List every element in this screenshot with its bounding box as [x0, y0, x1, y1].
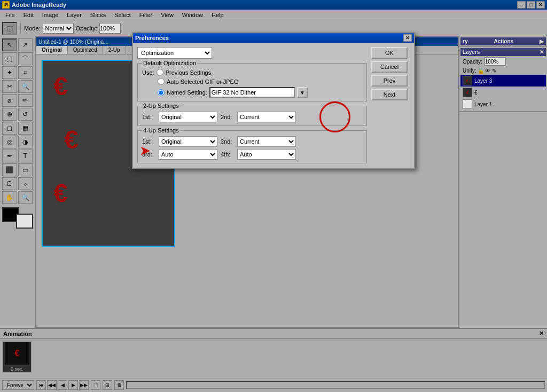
2up-first-label: 1st:: [142, 114, 155, 120]
red-arrow-icon: ➤: [140, 144, 150, 158]
cancel-button[interactable]: Cancel: [371, 61, 408, 73]
named-setting-input[interactable]: [209, 87, 295, 98]
named-setting-dropdown[interactable]: ▼: [297, 87, 308, 98]
4up-first-select[interactable]: Original: [159, 136, 217, 147]
4up-settings-group: 4-Up Settings 1st: Original 2nd: Current…: [137, 130, 367, 163]
2up-second-label: 2nd:: [221, 114, 234, 120]
radio-previous-row: Use: Previous Settings: [142, 69, 362, 76]
2up-second-select[interactable]: Current: [237, 112, 296, 122]
dialog-buttons: OK Cancel Prev Next: [371, 47, 410, 163]
prev-button[interactable]: Prev: [371, 75, 408, 87]
next-button[interactable]: Next: [371, 89, 408, 100]
use-label: Use:: [142, 69, 154, 76]
dialog-body: Optimization Default Optimization Use: P…: [133, 43, 414, 168]
default-optimization-title: Default Optimization: [142, 60, 197, 66]
4up-third-select[interactable]: Auto: [159, 149, 217, 160]
radio-named[interactable]: [158, 89, 165, 96]
radio-auto-row: Auto Selected GIF or JPEG: [142, 78, 362, 85]
4up-fourth-select[interactable]: Auto: [237, 149, 296, 160]
2up-settings-group: 2-Up Settings 1st: Original 2nd: Current: [137, 106, 367, 126]
preferences-dialog: Preferences ✕ Optimization Default Optim…: [132, 32, 415, 169]
ok-button[interactable]: OK: [371, 47, 408, 59]
arrow-annotation: ➤: [140, 144, 150, 158]
dialog-title-bar: Preferences ✕: [133, 33, 414, 43]
radio-previous[interactable]: [157, 69, 163, 76]
named-setting-row: Named Setting: ▼: [142, 87, 362, 98]
radio-auto[interactable]: [158, 78, 165, 85]
4up-second-label: 2nd:: [221, 138, 234, 145]
dialog-close-button[interactable]: ✕: [403, 34, 412, 42]
4up-fourth-label: 4th:: [221, 151, 234, 158]
4up-title: 4-Up Settings: [142, 127, 180, 134]
4up-second-select[interactable]: Current: [237, 136, 296, 147]
default-optimization-group: Default Optimization Use: Previous Setti…: [137, 63, 367, 101]
radio-previous-label: Previous Settings: [166, 69, 212, 76]
named-label: Named Setting:: [167, 89, 207, 96]
2up-first-select[interactable]: Original: [159, 112, 217, 122]
dialog-content: Optimization Default Optimization Use: P…: [137, 47, 367, 163]
2up-title: 2-Up Settings: [142, 103, 180, 109]
4up-row-1: 1st: Original 2nd: Current: [142, 136, 362, 147]
dialog-title: Preferences: [135, 35, 169, 41]
optimization-select[interactable]: Optimization: [137, 47, 212, 59]
4up-row-2: 3rd: Auto 4th: Auto: [142, 149, 362, 160]
2up-row: 1st: Original 2nd: Current: [142, 112, 362, 122]
radio-auto-label: Auto Selected GIF or JPEG: [167, 79, 239, 85]
preferences-dialog-overlay: Preferences ✕ Optimization Default Optim…: [0, 0, 547, 392]
optimization-row: Optimization: [137, 47, 367, 59]
